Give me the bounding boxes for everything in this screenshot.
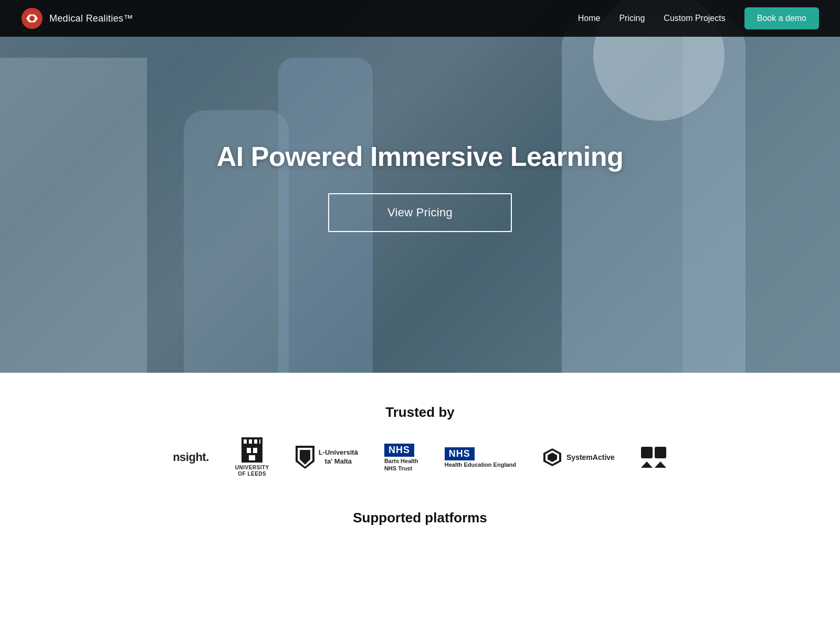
- supported-section: Supported platforms: [0, 494, 840, 537]
- leeds-text: UNIVERSITYOF LEEDS: [235, 465, 269, 477]
- system-active-icon: [542, 447, 562, 467]
- book-demo-button[interactable]: Book a demo: [744, 7, 819, 29]
- svg-marker-17: [655, 461, 666, 468]
- svg-point-1: [29, 16, 35, 21]
- leeds-logo: UNIVERSITYOF LEEDS: [235, 437, 269, 477]
- svg-rect-5: [254, 439, 257, 444]
- svg-rect-14: [641, 447, 653, 458]
- trusted-title: Trusted by: [21, 404, 819, 421]
- nav-pricing[interactable]: Pricing: [619, 14, 645, 23]
- system-active-logo: SystemActive: [542, 447, 615, 467]
- logo-health-education-england: NHS Health Education England: [445, 442, 516, 473]
- logo-text: Medical Realities™: [49, 13, 133, 24]
- svg-rect-10: [249, 455, 255, 460]
- hero-section: AI Powered Immersive Learning View Prici…: [0, 0, 840, 373]
- hee-text: Health Education England: [445, 461, 516, 468]
- barts-text: Barts Health: [384, 458, 418, 464]
- leeds-tower-icon: [242, 437, 262, 463]
- logo-barts-health: NHS Barts Health NHS Trust: [384, 442, 418, 473]
- nav-custom-projects[interactable]: Custom Projects: [664, 14, 725, 23]
- mv-logo-icon: [641, 447, 667, 468]
- view-pricing-button[interactable]: View Pricing: [328, 193, 512, 232]
- medical-realities-logo-icon: [21, 7, 43, 29]
- barts-logo: NHS Barts Health NHS Trust: [384, 444, 418, 471]
- svg-rect-6: [259, 439, 260, 444]
- svg-rect-3: [244, 439, 247, 444]
- system-active-text: SystemActive: [566, 453, 615, 461]
- svg-rect-4: [249, 439, 252, 444]
- logo-mv: [641, 442, 667, 473]
- nsight-text: nsight.: [173, 450, 209, 464]
- navbar-logo: Medical Realities™: [21, 7, 133, 29]
- svg-rect-8: [247, 448, 251, 453]
- malta-logo: L-Universitàta' Malta: [296, 446, 358, 469]
- supported-title: Supported platforms: [21, 510, 819, 526]
- trusted-logos-row: nsight. UNIVERSITYOF LEEDS: [21, 442, 819, 473]
- hero-content: AI Powered Immersive Learning View Prici…: [217, 141, 623, 232]
- hero-shape-left: [0, 58, 147, 373]
- svg-rect-9: [253, 448, 257, 453]
- navbar-links: Home Pricing Custom Projects Book a demo: [578, 7, 819, 29]
- logo-malta-university: L-Universitàta' Malta: [296, 442, 358, 473]
- logo-system-active: SystemActive: [542, 442, 615, 473]
- logo-university-leeds: UNIVERSITYOF LEEDS: [235, 442, 269, 473]
- nav-home[interactable]: Home: [578, 14, 601, 23]
- barts-trust-text: NHS Trust: [384, 465, 412, 471]
- trusted-section: Trusted by nsight. UNIVERSITYOF: [0, 373, 840, 494]
- logo-nsight: nsight.: [173, 442, 209, 473]
- malta-text: L-Universitàta' Malta: [319, 448, 358, 466]
- nhs-badge-barts: NHS: [384, 444, 414, 457]
- nhs-badge-hee: NHS: [445, 447, 475, 460]
- malta-shield-icon: [296, 446, 314, 469]
- navbar: Medical Realities™ Home Pricing Custom P…: [0, 0, 840, 37]
- svg-marker-16: [641, 461, 653, 468]
- svg-rect-15: [655, 447, 666, 458]
- hero-title: AI Powered Immersive Learning: [217, 141, 623, 172]
- hee-logo: NHS Health Education England: [445, 447, 516, 468]
